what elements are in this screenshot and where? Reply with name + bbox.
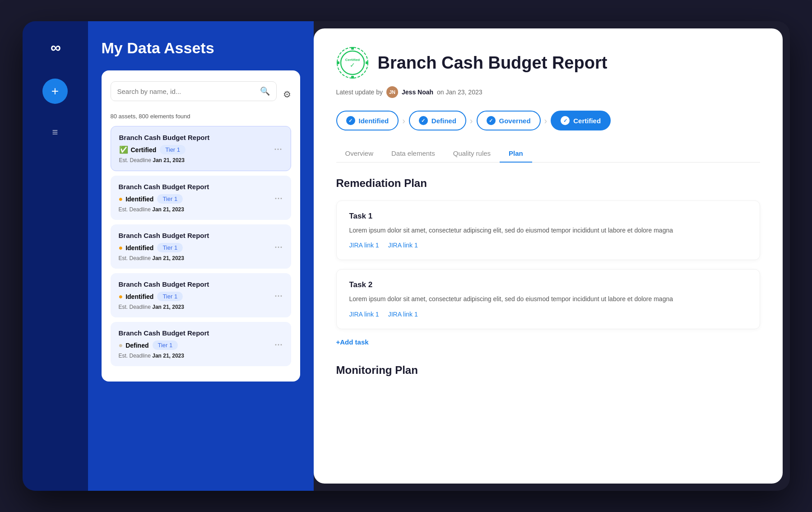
step-check-governed: ✓ (487, 116, 496, 125)
tabs-row: Overview Data elements Quality rules Pla… (336, 145, 760, 163)
step-certified[interactable]: ✓ Certified (551, 111, 611, 130)
deadline-text: Est. Deadline Jan 21, 2023 (119, 255, 283, 261)
sidebar: ∞ + ≡ (23, 21, 88, 491)
more-options-button[interactable]: ··· (274, 194, 283, 204)
tab-plan[interactable]: Plan (500, 145, 532, 163)
asset-card-title: Branch Cash Budget Report (119, 329, 283, 337)
task-2-jira-link-2[interactable]: JIRA link 1 (388, 311, 418, 318)
asset-header: Certified ✓ Branch Cash Budget Report (336, 47, 760, 79)
task-2-jira-link-1[interactable]: JIRA link 1 (349, 311, 379, 318)
step-check-identified: ✓ (346, 116, 355, 125)
search-bar[interactable]: 🔍 (111, 81, 277, 101)
step-check-defined: ✓ (419, 116, 428, 125)
step-identified[interactable]: ✓ Identified (336, 111, 399, 130)
status-dot-certified: ✅ (119, 145, 128, 154)
asset-card[interactable]: Branch Cash Budget Report ● Identified T… (111, 176, 291, 220)
asset-main-title: Branch Cash Budget Report (378, 53, 608, 73)
user-avatar: JN (386, 86, 398, 98)
status-label: Identified (125, 244, 153, 251)
step-label-certified: Certified (573, 117, 601, 125)
logo-icon: ∞ (51, 39, 60, 56)
user-name: Jess Noah (402, 88, 433, 96)
left-panel: My Data Assets 🔍 ⚙ 80 assets, 800 elemen… (88, 21, 314, 491)
task-card-1: Task 1 Lorem ipsum dolor sit amet, conse… (336, 200, 760, 260)
asset-card[interactable]: Branch Cash Budget Report ● Identified T… (111, 273, 291, 317)
menu-icon[interactable]: ≡ (48, 122, 63, 143)
task-1-jira-link-2[interactable]: JIRA link 1 (388, 242, 418, 249)
more-options-button[interactable]: ··· (274, 340, 283, 350)
status-dot-defined: ● (119, 341, 123, 349)
asset-card-title: Branch Cash Budget Report (119, 232, 283, 239)
more-options-button[interactable]: ··· (274, 145, 282, 154)
step-arrow-2: › (470, 116, 473, 126)
step-check-certified: ✓ (561, 116, 570, 125)
status-label: Identified (125, 195, 153, 203)
tab-overview[interactable]: Overview (336, 145, 383, 163)
status-dot-identified: ● (119, 293, 123, 301)
status-indicator: ● Identified (119, 195, 154, 203)
tier-badge: Tier 1 (157, 243, 183, 252)
asset-card-title: Branch Cash Budget Report (119, 280, 283, 288)
status-label: Defined (125, 342, 148, 349)
status-indicator: ✅ Certified (119, 145, 157, 154)
asset-card-title: Branch Cash Budget Report (119, 134, 283, 141)
status-indicator: ● Identified (119, 244, 154, 252)
step-label-defined: Defined (432, 117, 456, 125)
step-governed[interactable]: ✓ Governed (477, 111, 541, 130)
asset-card[interactable]: Branch Cash Budget Report ● Identified T… (111, 224, 291, 269)
step-label-identified: Identified (359, 117, 389, 125)
step-label-governed: Governed (499, 117, 531, 125)
search-input[interactable] (117, 88, 255, 95)
results-count: 80 assets, 800 elements found (111, 113, 291, 120)
right-panel: Certified ✓ Branch Cash Budget Report La… (314, 28, 783, 484)
filter-icon[interactable]: ⚙ (283, 89, 291, 100)
status-label: Identified (125, 293, 153, 300)
asset-card-title: Branch Cash Budget Report (119, 183, 283, 191)
task-1-desc: Lorem ipsum dolor sit amet, consectetur … (349, 225, 747, 235)
more-options-button[interactable]: ··· (274, 292, 283, 301)
certified-badge-icon: Certified ✓ (336, 47, 369, 79)
task-2-desc: Lorem ipsum dolor sit amet, consectetur … (349, 294, 747, 304)
status-dot-identified: ● (119, 195, 123, 203)
status-indicator: ● Defined (119, 341, 149, 349)
svg-text:✓: ✓ (350, 61, 355, 69)
step-defined[interactable]: ✓ Defined (409, 111, 466, 130)
status-dot-identified: ● (119, 244, 123, 252)
remediation-section-title: Remediation Plan (336, 177, 760, 190)
status-indicator: ● Identified (119, 293, 154, 301)
task-1-links: JIRA link 1 JIRA link 1 (349, 242, 747, 249)
workflow-steps: ✓ Identified › ✓ Defined › ✓ Governed › … (336, 111, 760, 130)
step-arrow-1: › (402, 116, 405, 126)
deadline-text: Est. Deadline Jan 21, 2023 (119, 157, 283, 163)
deadline-text: Est. Deadline Jan 21, 2023 (119, 304, 283, 310)
tier-badge: Tier 1 (153, 340, 178, 350)
monitoring-section-title: Monitoring Plan (336, 364, 760, 377)
tier-badge: Tier 1 (157, 194, 183, 204)
task-2-links: JIRA link 1 JIRA link 1 (349, 311, 747, 318)
update-line: Latest update by JN Jess Noah on Jan 23,… (336, 86, 760, 98)
add-task-button[interactable]: +Add task (336, 338, 760, 346)
task-card-2: Task 2 Lorem ipsum dolor sit amet, conse… (336, 269, 760, 329)
svg-rect-7 (366, 61, 368, 64)
tier-badge: Tier 1 (160, 145, 186, 154)
svg-rect-4 (351, 47, 354, 50)
update-date: on Jan 23, 2023 (437, 88, 482, 96)
status-label: Certified (131, 146, 157, 154)
deadline-text: Est. Deadline Jan 21, 2023 (119, 353, 283, 359)
asset-card[interactable]: Branch Cash Budget Report ● Defined Tier… (111, 322, 291, 366)
search-icon: 🔍 (260, 86, 270, 96)
task-1-title: Task 1 (349, 212, 747, 221)
tab-quality-rules[interactable]: Quality rules (444, 145, 500, 163)
more-options-button[interactable]: ··· (274, 243, 283, 252)
task-1-jira-link-1[interactable]: JIRA link 1 (349, 242, 379, 249)
asset-card[interactable]: Branch Cash Budget Report ✅ Certified Ti… (111, 126, 291, 171)
tab-data-elements[interactable]: Data elements (382, 145, 444, 163)
deadline-text: Est. Deadline Jan 21, 2023 (119, 206, 283, 213)
tier-badge: Tier 1 (157, 292, 183, 301)
panel-title: My Data Assets (102, 39, 300, 57)
update-prefix: Latest update by (336, 88, 383, 96)
svg-rect-5 (351, 76, 354, 79)
search-area: 🔍 ⚙ 80 assets, 800 elements found Branch… (102, 70, 300, 382)
step-arrow-3: › (544, 116, 548, 126)
add-button[interactable]: + (42, 79, 68, 104)
